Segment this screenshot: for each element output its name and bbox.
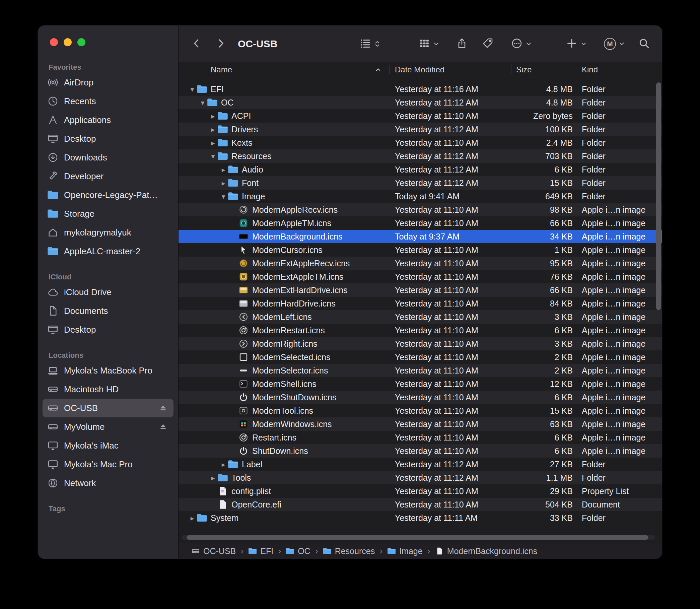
file-row-modernshell-icns[interactable]: ModernShell.icnsYesterday at 11:10 AM12 … <box>178 377 662 390</box>
file-row-moderncursor-icns[interactable]: ModernCursor.icnsYesterday at 11:10 AM1 … <box>178 243 662 257</box>
file-row-modernleft-icns[interactable]: ModernLeft.icnsYesterday at 11:10 AM3 KB… <box>178 310 662 324</box>
horizontal-scrollbar[interactable] <box>182 535 655 540</box>
file-row-modernright-icns[interactable]: ModernRight.icnsYesterday at 11:10 AM3 K… <box>178 337 662 350</box>
file-row-modernapplerecv-icns[interactable]: ModernAppleRecv.icnsYesterday at 11:10 A… <box>178 203 662 216</box>
file-date: Yesterday at 11:10 AM <box>389 259 511 268</box>
sidebar-item-mykola-s-imac[interactable]: Mykola’s iMac <box>42 436 174 455</box>
disclosure-closed-icon[interactable]: ▸ <box>219 461 228 468</box>
sidebar-item-documents[interactable]: Documents <box>42 301 174 320</box>
disclosure-closed-icon[interactable]: ▸ <box>209 126 217 133</box>
file-row-config-plist[interactable]: config.plistYesterday at 11:10 AM29 KBPr… <box>178 484 662 498</box>
search-button[interactable] <box>638 37 650 50</box>
sidebar-item-icloud-drive[interactable]: iCloud Drive <box>42 283 174 301</box>
sidebar-item-applealc-master-2[interactable]: AppleALC-master-2 <box>42 242 174 261</box>
file-row-shutdown-icns[interactable]: ShutDown.icnsYesterday at 11:10 AM6 KBAp… <box>178 444 662 457</box>
file-row-modernshutdown-icns[interactable]: ModernShutDown.icnsYesterday at 11:10 AM… <box>178 390 662 404</box>
file-row-kexts[interactable]: ▸KextsYesterday at 11:10 AM2.4 MBFolder <box>178 136 662 150</box>
eject-icon[interactable] <box>158 422 168 432</box>
sidebar-item-mykolagrymalyuk[interactable]: mykolagrymalyuk <box>42 223 174 242</box>
tags-button[interactable] <box>482 37 494 50</box>
file-row-modernharddrive-icns[interactable]: ModernHardDrive.icnsYesterday at 11:10 A… <box>178 297 662 310</box>
path-item-oc[interactable]: OC <box>286 546 311 556</box>
vertical-scrollbar-thumb[interactable] <box>656 82 661 310</box>
file-row-modernextappletm-icns[interactable]: ModernExtAppleTM.icnsYesterday at 11:10 … <box>178 270 662 283</box>
close-button[interactable] <box>50 38 58 46</box>
eject-icon[interactable] <box>158 403 168 413</box>
file-row-tools[interactable]: ▸ToolsYesterday at 11:12 AM1.1 MBFolder <box>178 471 662 484</box>
disclosure-open-icon[interactable]: ▾ <box>209 153 217 160</box>
sidebar-item-oc-usb[interactable]: OC-USB <box>42 399 174 417</box>
sidebar-item-network[interactable]: Network <box>42 474 174 492</box>
file-row-opencore-efi[interactable]: OpenCore.efiYesterday at 11:10 AM504 KBD… <box>178 498 662 511</box>
disclosure-open-icon[interactable]: ▾ <box>198 99 207 106</box>
column-header-name[interactable]: Name <box>178 65 389 74</box>
disclosure-closed-icon[interactable]: ▸ <box>219 179 228 187</box>
sidebar-item-myvolume[interactable]: MyVolume <box>42 417 174 436</box>
share-button[interactable] <box>456 37 468 50</box>
add-button[interactable] <box>566 37 588 50</box>
file-row-audio[interactable]: ▸AudioYesterday at 11:12 AM6 KBFolder <box>178 163 662 176</box>
file-row-restart-icns[interactable]: Restart.icnsYesterday at 11:10 AM6 KBApp… <box>178 431 662 444</box>
file-row-moderntool-icns[interactable]: ModernTool.icnsYesterday at 11:10 AM15 K… <box>178 404 662 417</box>
sidebar-item-airdrop[interactable]: AirDrop <box>42 73 174 92</box>
disclosure-closed-icon[interactable]: ▸ <box>209 139 217 146</box>
column-header-size[interactable]: Size <box>511 65 576 74</box>
folder-icon <box>228 177 239 188</box>
file-row-modernselector-icns[interactable]: ModernSelector.icnsYesterday at 11:10 AM… <box>178 364 662 377</box>
file-row-resources[interactable]: ▾ResourcesYesterday at 11:12 AM703 KBFol… <box>178 150 662 163</box>
file-row-modernrestart-icns[interactable]: ModernRestart.icnsYesterday at 11:10 AM6… <box>178 324 662 337</box>
column-header-date[interactable]: Date Modified <box>389 65 511 74</box>
path-item-modernbackground-icns[interactable]: ModernBackground.icns <box>435 546 538 556</box>
sidebar-item-macintosh-hd[interactable]: Macintosh HD <box>42 380 174 399</box>
sidebar-item-mykola-s-mac-pro[interactable]: Mykola’s Mac Pro <box>42 455 174 474</box>
sidebar-item-recents[interactable]: Recents <box>42 92 174 110</box>
sidebar-item-storage[interactable]: Storage <box>42 204 174 223</box>
column-divider[interactable] <box>389 65 389 74</box>
file-row-modernselected-icns[interactable]: ModernSelected.icnsYesterday at 11:10 AM… <box>178 350 662 364</box>
vertical-scrollbar[interactable] <box>656 78 661 541</box>
file-row-modernwindows-icns[interactable]: ModernWindows.icnsYesterday at 11:10 AM6… <box>178 417 662 431</box>
sidebar-item-downloads[interactable]: Downloads <box>42 148 174 167</box>
disclosure-open-icon[interactable]: ▾ <box>188 86 197 93</box>
disclosure-closed-icon[interactable]: ▸ <box>209 112 217 120</box>
file-row-modernbackground-icns[interactable]: ModernBackground.icnsToday at 9:37 AM34 … <box>178 230 662 243</box>
path-item-resources[interactable]: Resources <box>323 546 375 556</box>
group-button[interactable] <box>418 37 440 50</box>
path-item-oc-usb[interactable]: OC-USB <box>191 546 236 556</box>
disclosure-closed-icon[interactable]: ▸ <box>219 166 228 173</box>
file-row-efi[interactable]: ▾EFIYesterday at 11:16 AM4.8 MBFolder <box>178 82 662 96</box>
file-row-modernextapplerecv-icns[interactable]: ModernExtAppleRecv.icnsYesterday at 11:1… <box>178 257 662 270</box>
sidebar-item-desktop[interactable]: Desktop <box>42 320 174 339</box>
column-header-kind[interactable]: Kind <box>576 65 662 74</box>
column-divider[interactable] <box>576 65 576 74</box>
file-row-modernappletm-icns[interactable]: ModernAppleTM.icnsYesterday at 11:10 AM6… <box>178 216 662 230</box>
sidebar-item-applications[interactable]: Applications <box>42 110 174 129</box>
sidebar-item-opencore-legacy-pat[interactable]: Opencore-Legacy-Pat… <box>42 186 174 204</box>
file-row-oc[interactable]: ▾OCYesterday at 11:12 AM4.8 MBFolder <box>178 96 662 109</box>
m-menu-button[interactable]: M <box>604 38 626 50</box>
file-row-acpi[interactable]: ▸ACPIYesterday at 11:10 AMZero bytesFold… <box>178 109 662 123</box>
file-row-system[interactable]: ▸SystemYesterday at 11:11 AM33 KBFolder <box>178 511 662 525</box>
file-row-image[interactable]: ▾ImageToday at 9:41 AM649 KBFolder <box>178 190 662 203</box>
sidebar-item-developer[interactable]: Developer <box>42 167 174 186</box>
more-actions-button[interactable] <box>511 37 532 50</box>
file-row-label[interactable]: ▸LabelYesterday at 11:12 AM27 KBFolder <box>178 457 662 471</box>
horizontal-scrollbar-thumb[interactable] <box>187 535 648 540</box>
file-row-modernextharddrive-icns[interactable]: ModernExtHardDrive.icnsYesterday at 11:1… <box>178 283 662 297</box>
view-options-button[interactable] <box>360 37 381 50</box>
back-button[interactable] <box>191 37 203 50</box>
file-row-font[interactable]: ▸FontYesterday at 11:12 AM15 KBFolder <box>178 176 662 190</box>
file-size: 33 KB <box>511 513 576 523</box>
disclosure-closed-icon[interactable]: ▸ <box>188 515 197 522</box>
path-item-image[interactable]: Image <box>387 546 422 556</box>
sidebar-item-mykola-s-macbook-pro[interactable]: Mykola’s MacBook Pro <box>42 361 174 380</box>
column-divider[interactable] <box>511 65 511 74</box>
zoom-button[interactable] <box>77 38 85 46</box>
sidebar-item-desktop[interactable]: Desktop <box>42 129 174 148</box>
file-row-drivers[interactable]: ▸DriversYesterday at 11:12 AM100 KBFolde… <box>178 123 662 136</box>
forward-button[interactable] <box>215 37 227 50</box>
disclosure-open-icon[interactable]: ▾ <box>219 193 228 200</box>
disclosure-closed-icon[interactable]: ▸ <box>209 474 217 481</box>
minimize-button[interactable] <box>64 38 72 46</box>
path-item-efi[interactable]: EFI <box>248 546 273 556</box>
